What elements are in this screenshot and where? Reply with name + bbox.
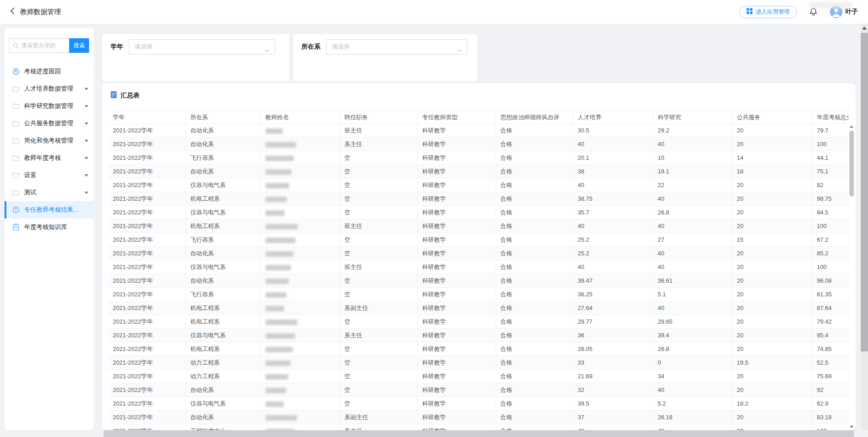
sidebar-item-annual-assessment[interactable]: 教师年度考核 <box>5 149 94 167</box>
cell-teacher-type: 科研教学 <box>417 329 496 342</box>
cell-research: 40 <box>653 247 732 260</box>
table-row[interactable]: 2021-2022学年自动化系空科研教学合格25.2402085.2 <box>108 247 848 260</box>
cell-post: 空 <box>340 383 417 397</box>
sidebar-item-settings[interactable]: 设置 <box>5 167 94 184</box>
cell-ethics-self-eval: 合格 <box>496 411 573 424</box>
caret-down-icon[interactable] <box>85 157 88 159</box>
cell-teacher-type: 科研教学 <box>417 370 496 383</box>
cell-research: 5.2 <box>653 397 732 411</box>
sidebar-item-test[interactable]: 测试 <box>5 184 94 201</box>
caret-down-icon[interactable] <box>85 140 88 142</box>
search-input[interactable] <box>9 38 69 53</box>
sidebar-item-fulltime-teacher-results[interactable]: 专任教师考核结果... <box>5 201 94 218</box>
table-vertical-scrollbar[interactable] <box>848 123 855 430</box>
cell-teacher-name <box>261 247 340 260</box>
table-scrollbar-thumb[interactable] <box>849 131 854 197</box>
sidebar-item-public-service-data[interactable]: 公共服务数据管理 <box>5 115 94 132</box>
cell-total: 100 <box>812 424 848 431</box>
redacted-name <box>266 306 284 311</box>
table-row[interactable]: 2021-2022学年仪器与电气系空科研教学合格39.55.218.262.9 <box>108 397 848 411</box>
table-row[interactable]: 2021-2022学年仪器与电气系系主任科研教学合格3639.42095.4 <box>108 329 848 342</box>
table-row[interactable]: 2021-2022学年自动化系系主任科研教学合格404020100 <box>108 137 848 151</box>
notification-bell-icon[interactable] <box>809 7 818 16</box>
table-row[interactable]: 2021-2022学年工程技术中心系主任科研教学合格404020100 <box>108 424 848 431</box>
cell-ethics-self-eval: 合格 <box>496 424 573 431</box>
table-row[interactable]: 2021-2022学年机电工程系空科研教学合格28.0526.82074.85 <box>108 342 848 356</box>
table-row[interactable]: 2021-2022学年仪器与电气系空科研教学合格35.728.82084.5 <box>108 206 848 219</box>
window-vertical-scrollbar[interactable] <box>861 24 868 430</box>
back-button[interactable] <box>10 7 15 16</box>
redacted-name <box>266 210 285 216</box>
cell-teacher-name <box>261 370 340 383</box>
table-row[interactable]: 2021-2022学年机电工程系班主任科研教学合格404020100 <box>108 219 848 233</box>
sidebar-item-knowledge-base[interactable]: 年度考核知识库 <box>5 218 94 236</box>
cell-post: 系主任 <box>340 424 417 431</box>
table-row[interactable]: 2021-2022学年仪器与电气系班主任科研教学合格404020100 <box>108 260 848 274</box>
sidebar-item-research-data[interactable]: 科学研究数据管理 <box>5 97 94 115</box>
table-row[interactable]: 2021-2022学年自动化系空科研教学合格3819.11875.1 <box>108 165 848 178</box>
sidebar-item-simplified-exemption[interactable]: 简化和免考核管理 <box>5 132 94 149</box>
table-row[interactable]: 2021-2022学年自动化系空科研教学合格32402092 <box>108 383 848 397</box>
search-button[interactable]: 搜索 <box>69 38 89 53</box>
redacted-name <box>266 388 286 393</box>
caret-down-icon[interactable] <box>85 192 88 194</box>
app-grid-icon <box>747 8 753 15</box>
cell-total: 75.1 <box>812 165 848 178</box>
cell-talent: 40 <box>573 424 653 431</box>
folder-icon <box>12 86 20 92</box>
cell-talent: 39.5 <box>573 397 653 411</box>
table-row[interactable]: 2021-2022学年机电工程系系副主任科研教学合格27.64402087.64 <box>108 301 848 315</box>
redacted-name <box>266 142 296 147</box>
redacted-name <box>266 128 283 134</box>
chevron-down-icon <box>457 46 462 54</box>
cell-teacher-type: 科研教学 <box>417 411 496 424</box>
enter-app-management-button[interactable]: 进入应用管理 <box>739 6 797 18</box>
caret-down-icon[interactable] <box>85 122 88 125</box>
caret-down-icon[interactable] <box>85 174 88 177</box>
sidebar-item-talent-data[interactable]: 人才培养数据管理 <box>5 80 94 97</box>
summary-table-title: 汇总表 <box>120 91 140 100</box>
table-row[interactable]: 2021-2022学年飞行器系空科研教学合格25.2271567.2 <box>108 233 848 247</box>
table-row[interactable]: 2021-2022学年仪器与电气系空科研教学合格40222082 <box>108 178 848 192</box>
user-name[interactable]: 叶子 <box>845 8 858 16</box>
cell-ethics-self-eval: 合格 <box>496 151 573 165</box>
table-row[interactable]: 2021-2022学年自动化系空科研教学合格39.4736.612096.08 <box>108 274 848 288</box>
window-horizontal-scrollbar[interactable] <box>0 430 868 437</box>
cell-service: 20 <box>732 411 812 424</box>
cell-post: 空 <box>340 397 417 411</box>
window-vscrollbar-thumb[interactable] <box>861 33 868 351</box>
cell-year: 2021-2022学年 <box>108 424 186 431</box>
department-select[interactable]: 请选择 <box>326 39 467 55</box>
caret-down-icon[interactable] <box>85 105 88 107</box>
table-row[interactable]: 2021-2022学年飞行器系空科研教学合格20.1101444.1 <box>108 151 848 165</box>
caret-down-icon[interactable] <box>85 88 88 90</box>
cell-teacher-type: 科研教学 <box>417 260 496 274</box>
cell-total: 100 <box>812 137 848 151</box>
table-row[interactable]: 2021-2022学年飞行器系空科研教学合格36.255.12061.35 <box>108 288 848 301</box>
cell-ethics-self-eval: 合格 <box>496 219 573 233</box>
redacted-name <box>266 333 295 339</box>
cell-department: 飞行器系 <box>186 233 261 247</box>
table-row[interactable]: 2021-2022学年机电工程系空科研教学合格38.75402098.75 <box>108 192 848 206</box>
cell-post: 空 <box>340 206 417 219</box>
cell-ethics-self-eval: 合格 <box>496 370 573 383</box>
sidebar-item-assessment-progress[interactable]: 考核进度跟踪 <box>5 63 94 80</box>
table-row[interactable]: 2021-2022学年机电工程系空科研教学合格29.7729.652079.42 <box>108 315 848 329</box>
school-year-select[interactable]: 请选择 <box>129 39 275 55</box>
table-row[interactable]: 2021-2022学年自动化系班主任科研教学合格30.529.22079.7 <box>108 124 848 137</box>
window-hscrollbar-thumb[interactable] <box>104 430 854 437</box>
cell-year: 2021-2022学年 <box>108 206 186 219</box>
scroll-up-arrow-icon[interactable] <box>850 125 853 128</box>
cell-total: 84.5 <box>812 206 848 219</box>
cell-year: 2021-2022学年 <box>108 124 186 137</box>
scroll-up-arrow-icon[interactable] <box>862 26 867 30</box>
cell-talent: 36.25 <box>573 288 653 301</box>
table-row[interactable]: 2021-2022学年动力工程系空科研教学合格21.69342075.69 <box>108 370 848 383</box>
cell-teacher-type: 科研教学 <box>417 424 496 431</box>
cell-ethics-self-eval: 合格 <box>496 274 573 288</box>
chevron-left-icon <box>10 7 15 16</box>
scroll-down-arrow-icon[interactable] <box>850 426 853 428</box>
table-row[interactable]: 2021-2022学年自动化系系副主任科研教学合格3726.182083.18 <box>108 411 848 424</box>
cell-post: 空 <box>340 247 417 260</box>
table-row[interactable]: 2021-2022学年动力工程系空科研教学合格33019.552.5 <box>108 356 848 370</box>
